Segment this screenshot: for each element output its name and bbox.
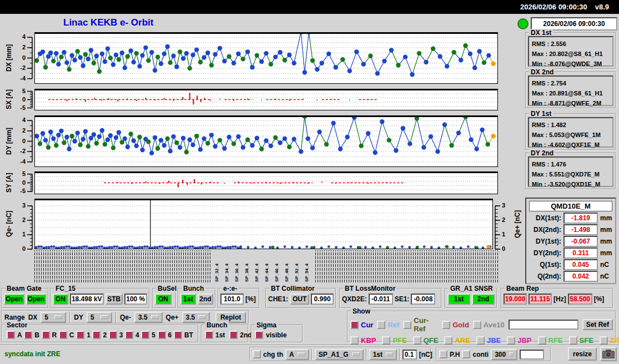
se1-value: -0.008 [411,294,435,305]
sector-group: Sector ABRC123456BT [1,325,199,343]
show-item-ref: Ref [377,321,399,329]
show-checkbox-ave10[interactable] [473,321,481,329]
show-checkbox-ref[interactable] [377,321,385,329]
sector-item-r: R [42,331,57,339]
navg-select[interactable]: 300 [491,349,517,360]
stats-dy-1st: DY 1st RMS : 1.482 Max : 5.053@QWFE_1M M… [525,113,616,150]
sector-checkbox-r[interactable] [42,331,50,339]
show-checkbox-sfe[interactable] [569,336,577,345]
show-checkbox-qfe[interactable] [413,336,421,345]
show-checkbox-jbp[interactable] [507,336,515,345]
sigma-visible-checkbox[interactable] [255,331,263,339]
chg-th-checkbox[interactable] [253,350,261,358]
stats-dx-2nd-title: DX 2nd [529,68,555,76]
bpm-x-label: SP_34_4 [224,264,229,282]
titlebar-datetime: 2026/02/06 09:00:30 [520,3,587,11]
ref-filename-input[interactable] [509,320,578,330]
snsr-1st-button[interactable]: 1st [447,294,470,305]
qe-minus-axis-label: Qe- [nC] [4,199,13,249]
sector-checkbox-bt[interactable] [174,331,182,339]
sp-select[interactable]: SP_A1_G [315,349,364,360]
bunch-select[interactable]: 1st [369,349,397,360]
monitor-row-unit: nC [600,272,612,280]
fc15-percent-readout: 100 % [124,294,147,305]
show-label-rfe: RFE [548,336,563,345]
screenshot-button[interactable] [600,347,617,361]
titlebar-version: v8.9 [595,3,609,11]
show-checkbox-cur-ref[interactable] [403,321,411,329]
sector-checkbox-a[interactable] [7,331,15,339]
busel-on-button[interactable]: ON [155,294,172,305]
sector-item-6: 6 [158,331,172,339]
bunch-2nd-checkbox[interactable] [229,331,238,339]
sector-label: 4 [135,331,139,339]
show-checkbox-pfe[interactable] [382,336,390,345]
threshold-input[interactable] [402,350,417,360]
set-ref-button[interactable]: Set Ref [582,319,613,330]
bpm-x-label: SP_54_4 [304,264,309,282]
resize-button[interactable]: resize [568,347,597,361]
ph-checkbox[interactable] [439,350,447,358]
snsr-2nd-button[interactable]: 2nd [472,294,495,305]
e-ratio-value[interactable]: 101.0 [220,294,244,305]
plot-wrap-dx: 420-2-4 [16,32,498,84]
monitor-row-label: DX(1st): [529,214,561,222]
beam-gate-open-2-button[interactable]: Open [26,294,47,305]
show-item-sfe: SFE [569,336,593,345]
monitor-row-unit: mm [600,237,612,245]
bunch-1st-button[interactable]: 1st [180,294,196,305]
plot-sy [34,171,498,194]
show-label-are: ARE [455,336,470,345]
sector-checkbox-2[interactable] [92,331,100,339]
sector-checkbox-5[interactable] [141,331,149,339]
dy-axis-label: DY [mm] [4,115,13,167]
range-qe-minus-select[interactable]: 3.5 [134,312,163,323]
range-dx-select[interactable]: 5 [41,312,66,323]
show-checkbox-rfe[interactable] [538,336,546,345]
bunch-1st-checkbox[interactable] [205,331,213,339]
sector-item-2: 2 [92,331,107,339]
show-checkbox-zre[interactable] [600,336,608,345]
chg-th-select[interactable]: A [285,349,309,360]
free-input[interactable] [520,350,544,360]
bpm-monitor-panel: QMD10E_M DX(1st):-1.819mmDX(2nd):-1.498m… [525,198,616,284]
sector-checkbox-3[interactable] [109,331,117,339]
sector-item-a: A [7,331,22,339]
sector-checkbox-4[interactable] [125,331,133,339]
beam-gate-open-1-button[interactable]: Open [4,294,24,305]
range-qe-minus-label: Qe- [120,314,131,321]
show-checkbox-cur[interactable] [350,321,359,329]
show-group: Show CurRefCur-RefGoldAve10 Set Ref KBPP… [347,311,616,342]
show-label-kbp: KBP [361,336,376,345]
status-message: syncdata init ZRE [4,350,61,358]
show-checkbox-are[interactable] [444,336,452,345]
bunch-2nd-button[interactable]: 2nd [198,294,213,305]
show-label-gold: Gold [452,321,469,329]
bpm-labels-dense-right [315,250,498,282]
monitor-row: DX(1st):-1.819mm [526,213,615,224]
fc15-stb-button[interactable]: STB [105,294,123,305]
plot-dx [34,32,498,84]
bunch-select-group: Bunch 1st 2nd [178,288,216,309]
show-item-jbe: JBE [476,336,501,345]
conti-checkbox[interactable] [462,350,470,358]
sector-checkbox-6[interactable] [158,331,166,339]
range-dy-select[interactable]: 5 [87,312,112,323]
stats-dy-1st-title: DY 1st [529,110,553,118]
range-dy-label: DY [74,314,83,321]
qxd2e-value: -0.011 [369,294,393,305]
sector-checkbox-c[interactable] [59,331,67,339]
sector-checkbox-b[interactable] [24,331,32,339]
status-led-icon [517,18,529,29]
monitor-row-value: 0.045 [563,259,598,270]
show-label-sfe: SFE [580,336,593,345]
show-checkbox-jbe[interactable] [476,336,485,345]
sector-checkbox-1[interactable] [76,331,84,339]
monitor-row: Q(2nd):0.042nC [526,271,615,282]
show-checkbox-kbp[interactable] [350,336,359,345]
sector-item-c: C [59,331,74,339]
show-checkbox-gold[interactable] [442,321,450,329]
che1-value: 0.990 [311,294,334,305]
che1-out-button[interactable]: OUT [290,294,309,305]
fc15-on-button[interactable]: ON [53,294,68,305]
